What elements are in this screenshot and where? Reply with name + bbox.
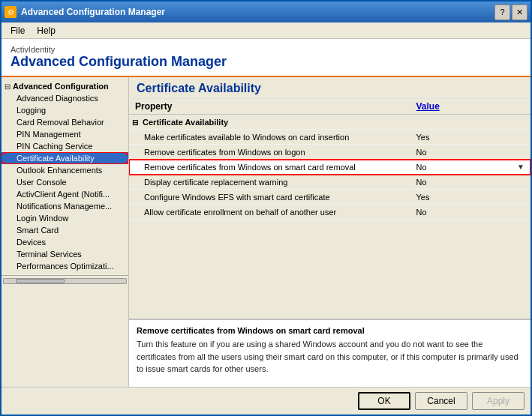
description-box: Remove certificates from Windows on smar… [129,319,530,387]
property-table: Property Value ⊟ Certificate Availabilit… [129,99,530,319]
dropdown-arrow-icon[interactable]: ▼ [517,163,524,171]
property-cell: Make certificates available to Windows o… [129,130,410,145]
app-icon: ⚙ [5,6,17,18]
title-bar-buttons: ? ✕ [494,4,527,20]
sidebar-item-perf-opt[interactable]: Performances Optimizati... [2,260,128,272]
property-cell: Allow certificate enrollment on behalf o… [129,205,410,220]
sidebar-item-login-window[interactable]: Login Window [2,212,128,224]
sidebar-item-user-console[interactable]: User Console [2,176,128,188]
table-row[interactable]: Display certificate replacement warning … [129,175,530,190]
description-text: Turn this feature on if you are using a … [137,338,523,376]
sidebar-scrollbar[interactable] [2,275,128,286]
value-cell: No [410,145,531,160]
value-cell: Yes [410,190,531,205]
sidebar-item-card-removal[interactable]: Card Removal Behavior [2,116,128,128]
sidebar-item-smart-card[interactable]: Smart Card [2,224,128,236]
table-body: ⊟ Certificate Availability Make certific… [129,115,530,220]
description-title: Remove certificates from Windows on smar… [137,326,523,335]
window-title: Advanced Configuration Manager [21,7,494,17]
menu-bar: File Help [2,22,530,39]
help-button[interactable]: ? [494,4,510,20]
sidebar-item-pin-management[interactable]: PIN Management [2,128,128,140]
scroll-thumb[interactable] [16,279,65,283]
property-cell: Configure Windows EFS with smart card ce… [129,190,410,205]
table-row[interactable]: Configure Windows EFS with smart card ce… [129,190,530,205]
sidebar-item-advanced-diagnostics[interactable]: Advanced Diagnostics [2,92,128,104]
sidebar: ⊟ Advanced Configuration Advanced Diagno… [2,77,129,387]
app-header: ActivIdentity Advanced Configuration Man… [2,39,530,77]
group-header-cell: ⊟ Certificate Availability [129,115,530,130]
menu-file[interactable]: File [5,24,31,37]
table-row[interactable]: Remove certificates from Windows on logo… [129,145,530,160]
tree-view: ⊟ Advanced Configuration Advanced Diagno… [2,77,129,275]
ok-button[interactable]: OK [358,392,410,410]
cancel-button[interactable]: Cancel [415,392,467,410]
table-header: Property Value [129,99,530,115]
sidebar-item-certificate-availability[interactable]: Certificate Availability [2,152,128,164]
app-subtitle: ActivIdentity [11,45,521,54]
value-column-header[interactable]: Value [410,99,531,115]
main-content: ⊟ Advanced Configuration Advanced Diagno… [2,77,530,387]
dropdown-value: No [416,163,427,172]
table-row-highlighted[interactable]: Remove certificates from Windows on smar… [129,160,530,175]
value-cell: Yes [410,130,531,145]
scroll-track[interactable] [3,278,127,284]
sidebar-item-logging[interactable]: Logging [2,104,128,116]
value-cell-dropdown[interactable]: No ▼ [410,160,531,175]
sidebar-item-outlook[interactable]: Outlook Enhancements [2,164,128,176]
group-expand-icon: ⊟ [132,118,138,127]
main-window: ⚙ Advanced Configuration Manager ? ✕ Fil… [0,0,532,416]
table-row[interactable]: Allow certificate enrollment on behalf o… [129,205,530,220]
sidebar-item-pin-caching[interactable]: PIN Caching Service [2,140,128,152]
group-header-row: ⊟ Certificate Availability [129,115,530,130]
app-title: Advanced Configuration Manager [11,54,521,70]
property-cell: Remove certificates from Windows on logo… [129,145,410,160]
sidebar-item-devices[interactable]: Devices [2,236,128,248]
property-column-header: Property [129,99,410,115]
property-cell-highlighted: Remove certificates from Windows on smar… [129,160,410,175]
apply-button[interactable]: Apply [472,392,524,410]
group-header-label: Certificate Availability [143,118,228,127]
sidebar-item-activclient[interactable]: ActivClient Agent (Notifi... [2,188,128,200]
content-pane: Certificate Availability Property Value [129,77,530,387]
value-cell: No [410,175,531,190]
tree-root-label: Advanced Configuration [13,82,109,91]
content-title: Certificate Availability [129,77,530,99]
tree-root[interactable]: ⊟ Advanced Configuration [2,80,128,92]
button-bar: OK Cancel Apply [2,387,530,415]
sidebar-item-notifications[interactable]: Notifications Manageme... [2,200,128,212]
menu-help[interactable]: Help [31,24,62,37]
title-bar: ⚙ Advanced Configuration Manager ? ✕ [2,1,530,22]
close-button[interactable]: ✕ [512,4,527,20]
sidebar-item-terminal-services[interactable]: Terminal Services [2,248,128,260]
value-cell: No [410,205,531,220]
tree-expand-icon: ⊟ [5,82,11,91]
property-cell: Display certificate replacement warning [129,175,410,190]
props-table-element: Property Value ⊟ Certificate Availabilit… [129,99,530,220]
table-row[interactable]: Make certificates available to Windows o… [129,130,530,145]
